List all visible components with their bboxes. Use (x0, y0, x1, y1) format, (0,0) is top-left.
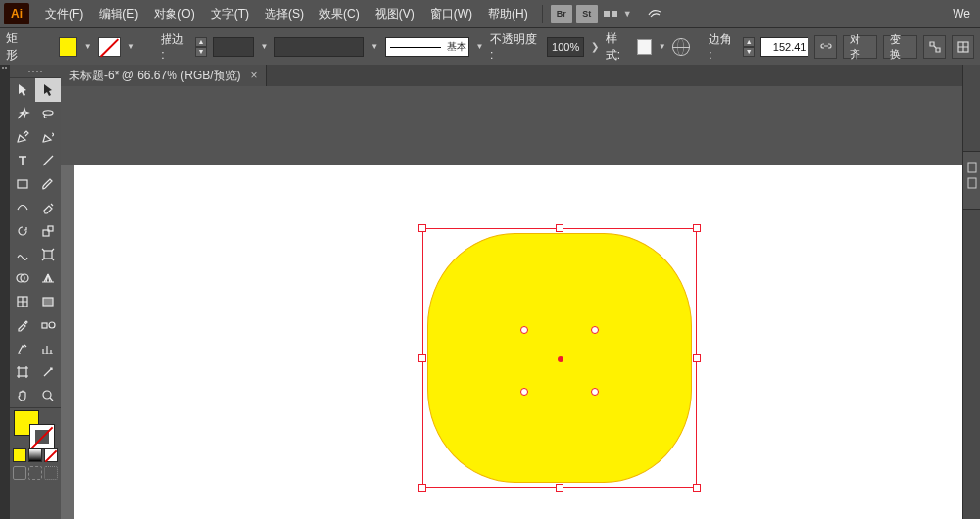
direct-selection-tool[interactable] (35, 78, 61, 102)
mesh-tool[interactable] (10, 290, 35, 313)
selection-handle[interactable] (418, 354, 426, 362)
chevron-down-icon: ▼ (619, 9, 636, 19)
corner-link-button[interactable] (814, 35, 837, 59)
eyedropper-tool[interactable] (10, 313, 35, 337)
selection-handle[interactable] (556, 224, 564, 232)
svg-rect-9 (42, 323, 47, 328)
variable-width-profile[interactable] (274, 37, 364, 57)
fill-stroke-indicator[interactable] (10, 408, 61, 448)
color-mode-none[interactable] (44, 448, 58, 462)
live-corner-widget[interactable] (520, 388, 528, 396)
artboard-tool[interactable] (10, 360, 35, 384)
perspective-grid-tool[interactable] (35, 266, 61, 290)
draw-normal[interactable] (13, 466, 26, 480)
stroke-indicator[interactable] (29, 424, 55, 449)
menu-bar: Ai 文件(F) 编辑(E) 对象(O) 文字(T) 选择(S) 效果(C) 视… (0, 0, 980, 27)
selection-tool[interactable] (10, 78, 35, 102)
gpu-preview-icon[interactable] (646, 5, 663, 23)
menu-type[interactable]: 文字(T) (203, 0, 257, 27)
variable-width-dropdown[interactable]: ▼ (369, 37, 379, 57)
menu-effect[interactable]: 效果(C) (312, 0, 368, 27)
free-transform-tool[interactable] (35, 243, 61, 266)
selection-handle[interactable] (693, 224, 701, 232)
rotate-tool[interactable] (10, 219, 35, 243)
close-tab-button[interactable]: × (251, 69, 258, 82)
corner-radius-field[interactable]: 152.41 (760, 37, 809, 57)
fill-dropdown[interactable]: ▼ (83, 37, 93, 57)
shape-type-label: 矩形 (6, 30, 28, 64)
bridge-button[interactable]: Br (551, 5, 572, 23)
type-tool[interactable] (10, 149, 35, 172)
style-dropdown[interactable]: ▼ (658, 37, 667, 57)
stroke-weight-dropdown[interactable]: ▼ (260, 37, 270, 57)
color-mode-gradient[interactable] (28, 448, 42, 462)
slice-tool[interactable] (35, 360, 61, 384)
edit-contents-button[interactable] (952, 35, 974, 59)
menu-edit[interactable]: 编辑(E) (91, 0, 146, 27)
blend-tool[interactable] (35, 313, 61, 337)
gradient-tool[interactable] (35, 290, 61, 313)
selection-handle[interactable] (693, 484, 701, 492)
brush-dropdown[interactable]: ▼ (475, 37, 485, 57)
shape-center-point[interactable] (558, 356, 564, 362)
selection-handle[interactable] (418, 484, 426, 492)
selection-handle[interactable] (418, 224, 426, 232)
menu-file[interactable]: 文件(F) (37, 0, 91, 27)
symbol-sprayer-tool[interactable] (10, 337, 35, 360)
draw-behind[interactable] (28, 466, 42, 480)
live-corner-widget[interactable] (591, 388, 599, 396)
menu-object[interactable]: 对象(O) (146, 0, 202, 27)
corner-radius-stepper[interactable]: ▲▼ (743, 37, 754, 57)
svg-rect-13 (968, 163, 976, 172)
rectangle-tool[interactable] (10, 172, 35, 196)
column-graph-tool[interactable] (35, 337, 61, 360)
stroke-weight-field[interactable] (213, 37, 254, 57)
fill-color-swatch[interactable] (59, 37, 77, 57)
opacity-field[interactable]: 100% (547, 37, 584, 57)
eraser-tool[interactable] (35, 196, 61, 219)
selection-handle[interactable] (556, 484, 564, 492)
isolate-button[interactable] (923, 35, 946, 59)
lasso-tool[interactable] (35, 102, 61, 125)
color-mode-color[interactable] (13, 448, 26, 462)
menu-select[interactable]: 选择(S) (257, 0, 312, 27)
transform-panel-button[interactable]: 变换 (883, 35, 917, 59)
recolor-artwork-icon[interactable] (672, 38, 689, 56)
document-tab[interactable]: 未标题-6* @ 66.67% (RGB/预览) × (61, 65, 267, 86)
curvature-tool[interactable] (35, 125, 61, 149)
align-panel-button[interactable]: 对齐 (843, 35, 877, 59)
arrange-documents-button[interactable]: ▼ (600, 9, 640, 19)
zoom-tool[interactable] (35, 384, 61, 407)
opacity-popup[interactable]: ❯ (590, 37, 600, 57)
stock-button[interactable]: St (576, 5, 598, 23)
workspace-label[interactable]: We (947, 7, 976, 21)
live-corner-widget[interactable] (520, 326, 528, 334)
options-bar: 矩形 ▼ ▼ 描边 : ▲▼ ▼ ▼ 基本 ▼ 不透明度 : 100% ❯ 样式… (0, 27, 980, 65)
stroke-dropdown[interactable]: ▼ (126, 37, 136, 57)
scale-tool[interactable] (35, 219, 61, 243)
document-area (61, 86, 962, 519)
brush-definition[interactable]: 基本 (385, 37, 469, 57)
paintbrush-tool[interactable] (35, 172, 61, 196)
collapsed-panel-tab[interactable] (962, 151, 980, 210)
shaper-tool[interactable] (10, 196, 35, 219)
hand-tool[interactable] (10, 384, 35, 407)
shape-builder-tool[interactable] (10, 266, 35, 290)
line-segment-tool[interactable] (35, 149, 61, 172)
style-label: 样式: (606, 30, 631, 64)
stroke-weight-stepper[interactable]: ▲▼ (195, 37, 206, 57)
width-tool[interactable] (10, 243, 35, 266)
artboard[interactable] (74, 165, 962, 519)
pen-tool[interactable] (10, 125, 35, 149)
selection-handle[interactable] (693, 354, 701, 362)
menu-window[interactable]: 窗口(W) (422, 0, 480, 27)
magic-wand-tool[interactable] (10, 102, 35, 125)
tools-panel-grip[interactable] (10, 65, 61, 78)
menu-view[interactable]: 视图(V) (368, 0, 422, 27)
live-corner-widget[interactable] (591, 326, 599, 334)
panel-tab-icon (967, 161, 977, 200)
graphic-style-swatch[interactable] (637, 39, 652, 55)
draw-inside[interactable] (44, 466, 58, 480)
menu-help[interactable]: 帮助(H) (480, 0, 536, 27)
stroke-color-swatch[interactable] (98, 37, 121, 57)
